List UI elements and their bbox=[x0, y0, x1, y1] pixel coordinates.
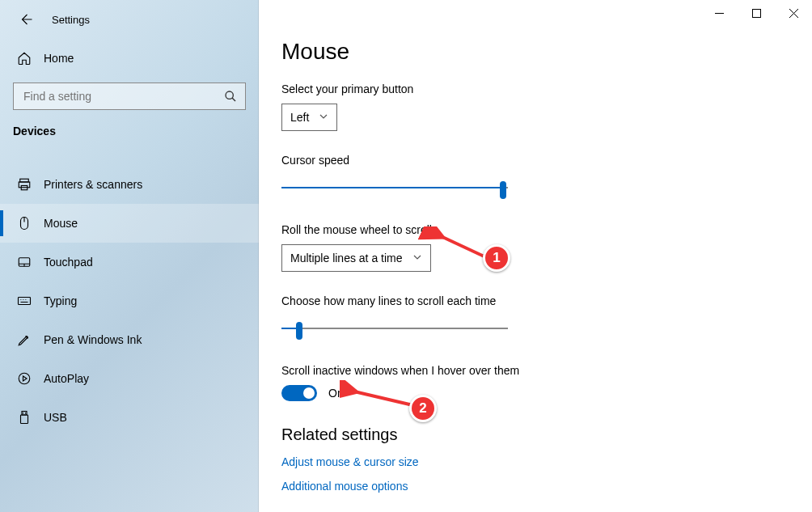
sidebar-item-label: AutoPlay bbox=[32, 372, 89, 385]
sidebar-item-touchpad[interactable]: Touchpad bbox=[0, 243, 259, 281]
scroll-lines-slider[interactable] bbox=[281, 320, 508, 336]
sidebar-item-pen[interactable]: Pen & Windows Ink bbox=[0, 320, 259, 359]
sidebar-item-label: Pen & Windows Ink bbox=[32, 333, 142, 346]
sidebar-item-mouse[interactable]: Mouse bbox=[0, 204, 259, 243]
link-adjust-mouse-cursor-size[interactable]: Adjust mouse & cursor size bbox=[281, 455, 812, 468]
link-additional-mouse-options[interactable]: Additional mouse options bbox=[281, 480, 812, 493]
autoplay-icon bbox=[16, 371, 32, 386]
svg-rect-10 bbox=[752, 9, 760, 17]
search-icon bbox=[224, 90, 237, 105]
printer-icon bbox=[16, 177, 32, 192]
sidebar-item-label: USB bbox=[32, 411, 67, 424]
window-controls bbox=[700, 0, 812, 26]
sidebar-item-label: Mouse bbox=[32, 217, 78, 230]
nav-list: Printers & scanners Mouse Touchpad Typin… bbox=[0, 165, 259, 437]
sidebar-item-label: Typing bbox=[32, 294, 77, 307]
keyboard-icon bbox=[16, 294, 32, 308]
related-settings-title: Related settings bbox=[281, 425, 812, 444]
close-button[interactable] bbox=[775, 0, 812, 26]
primary-button-value: Left bbox=[290, 111, 309, 124]
main-panel: Mouse Select your primary button Left Cu… bbox=[259, 0, 812, 512]
scroll-inactive-state: On bbox=[328, 387, 344, 400]
svg-rect-9 bbox=[21, 415, 28, 424]
scroll-mode-dropdown[interactable]: Multiple lines at a time bbox=[281, 244, 431, 272]
search-input-wrap[interactable] bbox=[13, 83, 246, 110]
mouse-icon bbox=[16, 216, 32, 231]
chevron-down-icon bbox=[412, 252, 422, 264]
scroll-lines-label: Choose how many lines to scroll each tim… bbox=[281, 294, 812, 307]
page-title: Mouse bbox=[281, 39, 812, 65]
scroll-mode-label: Roll the mouse wheel to scroll bbox=[281, 223, 812, 236]
svg-point-0 bbox=[226, 91, 233, 99]
scroll-inactive-toggle[interactable] bbox=[281, 385, 317, 401]
sidebar-item-printers[interactable]: Printers & scanners bbox=[0, 165, 259, 204]
sidebar-section-title: Devices bbox=[0, 110, 259, 142]
sidebar-item-label: Printers & scanners bbox=[32, 178, 142, 191]
sidebar-item-label: Touchpad bbox=[32, 256, 93, 269]
touchpad-icon bbox=[16, 255, 32, 269]
primary-button-label: Select your primary button bbox=[281, 83, 812, 95]
minimize-button[interactable] bbox=[700, 0, 738, 26]
svg-rect-6 bbox=[19, 298, 31, 305]
search-input[interactable] bbox=[22, 89, 237, 104]
usb-icon bbox=[16, 410, 32, 425]
nav-home[interactable]: Home bbox=[0, 42, 259, 74]
svg-point-7 bbox=[19, 373, 30, 384]
cursor-speed-label: Cursor speed bbox=[281, 154, 812, 167]
nav-home-label: Home bbox=[32, 52, 74, 65]
home-icon bbox=[16, 51, 32, 66]
svg-rect-2 bbox=[19, 182, 30, 188]
maximize-button[interactable] bbox=[738, 0, 775, 26]
sidebar: Settings Home Devices Printers & scanner… bbox=[0, 0, 259, 512]
scroll-inactive-label: Scroll inactive windows when I hover ove… bbox=[281, 364, 812, 377]
cursor-speed-slider[interactable] bbox=[281, 180, 508, 196]
sidebar-item-autoplay[interactable]: AutoPlay bbox=[0, 359, 259, 398]
sidebar-item-usb[interactable]: USB bbox=[0, 398, 259, 437]
svg-rect-8 bbox=[22, 412, 27, 416]
primary-button-dropdown[interactable]: Left bbox=[281, 104, 337, 131]
pen-icon bbox=[16, 332, 32, 347]
back-button[interactable] bbox=[16, 10, 36, 29]
scroll-mode-value: Multiple lines at a time bbox=[290, 252, 403, 264]
sidebar-item-typing[interactable]: Typing bbox=[0, 281, 259, 320]
app-title: Settings bbox=[36, 14, 90, 26]
chevron-down-icon bbox=[319, 111, 328, 124]
